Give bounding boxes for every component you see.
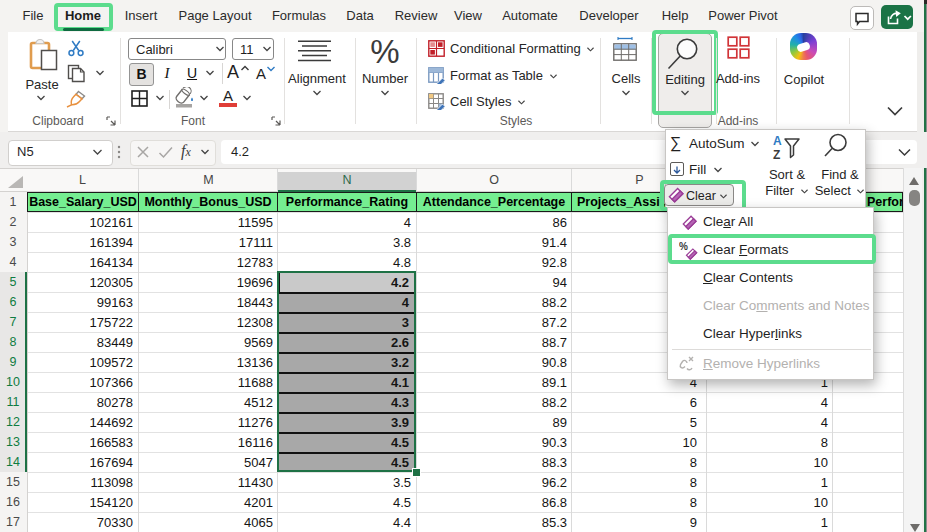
svg-text:Z: Z	[773, 148, 780, 162]
svg-text:A: A	[773, 134, 782, 148]
